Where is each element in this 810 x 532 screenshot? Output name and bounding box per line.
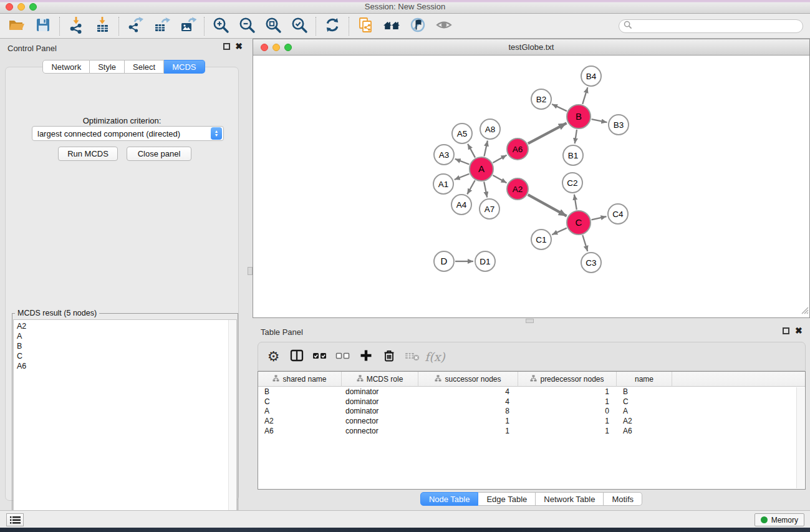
column-header-shared-name[interactable]: shared name — [258, 372, 342, 387]
export-network-button[interactable] — [122, 15, 148, 37]
graph-edge-C-C2[interactable] — [574, 195, 577, 210]
table-tab-network-table[interactable]: Network Table — [536, 492, 604, 506]
graph-node-C1[interactable]: C1 — [531, 230, 551, 249]
graph-node-B4[interactable]: B4 — [581, 66, 601, 86]
table-row[interactable]: Adominator80A — [258, 407, 805, 417]
vertical-splitter-handle[interactable] — [248, 267, 253, 275]
graph-node-A1[interactable]: A1 — [433, 174, 453, 194]
show-hide-graphics-button — [431, 15, 457, 37]
tab-select[interactable]: Select — [125, 60, 164, 74]
home-view-button[interactable] — [378, 15, 405, 37]
graph-edge-A-A2[interactable] — [493, 175, 506, 183]
zoom-fit-button[interactable] — [260, 15, 286, 37]
graph-node-C3[interactable]: C3 — [581, 253, 601, 273]
tab-network[interactable]: Network — [42, 60, 90, 74]
table-row[interactable]: A6connector11A6 — [258, 426, 805, 436]
mcds-result-item[interactable]: C — [17, 351, 236, 361]
show-columns-button[interactable] — [285, 345, 308, 369]
create-column-button[interactable] — [354, 345, 377, 369]
graph-node-A8[interactable]: A8 — [480, 119, 500, 139]
graph-node-A[interactable]: A — [470, 157, 493, 181]
save-session-button[interactable] — [30, 15, 56, 37]
tab-style[interactable]: Style — [90, 60, 125, 74]
graph-edge-A-A6[interactable] — [493, 155, 506, 163]
graph-node-C2[interactable]: C2 — [562, 173, 582, 193]
close-panel-icon[interactable]: ✖ — [235, 43, 243, 50]
float-panel-icon[interactable] — [223, 43, 230, 50]
resize-grip-icon[interactable] — [801, 306, 809, 317]
graph-edge-C-C3[interactable] — [582, 235, 587, 251]
zoom-out-button[interactable] — [234, 15, 260, 37]
float-table-panel-icon[interactable] — [783, 327, 789, 334]
zoom-selected-button[interactable] — [286, 15, 312, 37]
graph-edge-A-A3[interactable] — [455, 159, 470, 165]
graph-edge-A-A8[interactable] — [485, 141, 488, 157]
close-panel-button[interactable]: Close panel — [127, 147, 191, 161]
graph-node-B2[interactable]: B2 — [531, 89, 551, 109]
table-tab-motifs[interactable]: Motifs — [604, 492, 642, 506]
export-table-button[interactable] — [148, 15, 175, 37]
graph-edge-B-B3[interactable] — [592, 119, 607, 122]
search-input[interactable] — [619, 19, 803, 33]
zoom-in-button[interactable] — [208, 15, 234, 37]
column-header-mcds-role[interactable]: MCDS role — [342, 372, 418, 387]
graph-node-A2[interactable]: A2 — [507, 178, 528, 200]
graph-node-B3[interactable]: B3 — [609, 115, 629, 135]
import-table-button[interactable] — [89, 15, 115, 37]
table-row[interactable]: Cdominator41C — [258, 397, 805, 407]
table-tab-node-table[interactable]: Node Table — [420, 492, 479, 506]
unselect-all-columns-button[interactable] — [331, 345, 354, 369]
table-row[interactable]: Bdominator41B — [258, 387, 805, 397]
svg-text:D1: D1 — [480, 257, 490, 266]
criterion-dropdown[interactable]: largest connected component (directed) ▲… — [32, 126, 224, 141]
graph-edge-B-B4[interactable] — [582, 87, 587, 104]
column-header-predecessor-nodes[interactable]: predecessor nodes — [518, 372, 617, 387]
clone-network-button[interactable] — [352, 15, 378, 37]
memory-button[interactable]: Memory — [755, 513, 804, 526]
mcds-result-item[interactable]: B — [17, 341, 236, 351]
graph-node-D[interactable]: D — [434, 251, 454, 271]
graph-node-A4[interactable]: A4 — [451, 195, 471, 215]
mcds-result-item[interactable]: A2 — [17, 321, 236, 331]
mcds-result-item[interactable]: A — [17, 331, 236, 341]
graph-edge-B-B2[interactable] — [552, 104, 567, 111]
graph-edge-A-A4[interactable] — [467, 180, 475, 194]
close-table-panel-icon[interactable]: ✖ — [795, 327, 803, 334]
graph-edge-C-C1[interactable] — [552, 228, 567, 235]
graph-node-A6[interactable]: A6 — [507, 138, 528, 160]
graph-node-B[interactable]: B — [567, 105, 591, 128]
tab-mcds[interactable]: MCDS — [164, 60, 205, 74]
select-all-columns-button[interactable] — [308, 345, 331, 369]
graph-edge-C-C4[interactable] — [592, 216, 607, 220]
open-session-button[interactable] — [4, 15, 30, 37]
graph-edge-A-A7[interactable] — [484, 182, 487, 198]
graph-node-A3[interactable]: A3 — [434, 145, 454, 165]
toggle-graphics-details-button[interactable] — [405, 15, 431, 37]
mcds-list-scrollbar[interactable] — [228, 320, 236, 523]
export-image-button[interactable] — [175, 15, 201, 37]
graph-node-A5[interactable]: A5 — [452, 123, 472, 143]
mcds-result-item[interactable]: A6 — [17, 361, 236, 371]
network-canvas[interactable]: AA1A2A3A4A5A6A7A8BB1B2B3B4CC1C2C3C4DD1 — [253, 56, 809, 321]
refresh-network-button[interactable] — [319, 15, 345, 37]
graph-node-C[interactable]: C — [567, 211, 591, 235]
graph-node-C4[interactable]: C4 — [608, 204, 628, 224]
task-history-button[interactable] — [6, 513, 24, 526]
column-header-successor-nodes[interactable]: successor nodes — [418, 372, 518, 387]
import-network-button[interactable] — [63, 15, 89, 37]
graph-node-B1[interactable]: B1 — [563, 145, 583, 165]
column-header-name[interactable]: name — [617, 372, 672, 387]
table-settings-button[interactable]: ⚙ — [262, 345, 285, 369]
delete-columns-button[interactable] — [377, 345, 400, 369]
table-scrollbar[interactable] — [796, 387, 804, 488]
graph-edge-A6-B[interactable] — [528, 123, 567, 143]
table-tab-edge-table[interactable]: Edge Table — [478, 492, 536, 506]
graph-node-A7[interactable]: A7 — [480, 199, 499, 219]
graph-node-D1[interactable]: D1 — [475, 251, 495, 271]
graph-edge-A-A1[interactable] — [455, 174, 470, 180]
table-row[interactable]: A2connector11A2 — [258, 416, 805, 426]
graph-edge-A-A5[interactable] — [468, 144, 475, 158]
graph-edge-A2-C[interactable] — [528, 195, 567, 216]
run-mcds-button[interactable]: Run MCDS — [58, 147, 118, 161]
graph-edge-B-B1[interactable] — [575, 130, 577, 143]
